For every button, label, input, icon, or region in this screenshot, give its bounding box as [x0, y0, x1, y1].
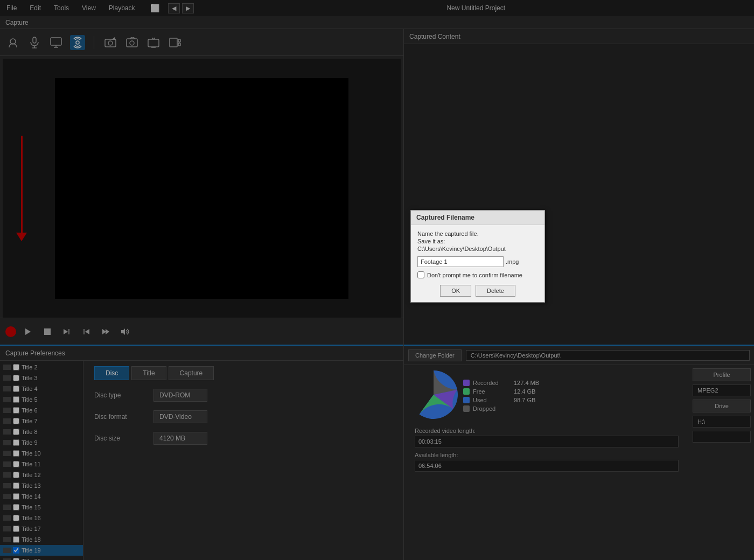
dont-prompt-label: Don't prompt me to confirm filename — [427, 272, 522, 278]
modal-save-path: C:\Users\Kevincy\Desktop\Output — [417, 246, 538, 252]
modal-title: Captured Filename — [411, 211, 544, 225]
modal-overlay: Captured Filename Name the captured file… — [0, 0, 754, 560]
modal-input-row: .mpg — [417, 256, 538, 267]
modal-checkbox-row: Don't prompt me to confirm filename — [417, 271, 538, 278]
modal-body: Name the captured file. Save it as: C:\U… — [411, 225, 544, 302]
filename-input[interactable] — [417, 256, 504, 267]
file-extension: .mpg — [506, 258, 519, 265]
dont-prompt-checkbox[interactable] — [417, 271, 424, 278]
modal-buttons: OK Delete — [417, 285, 538, 297]
modal-instruction1: Name the captured file. — [417, 230, 538, 237]
captured-filename-dialog: Captured Filename Name the captured file… — [410, 210, 545, 303]
modal-delete-btn[interactable]: Delete — [476, 285, 515, 297]
modal-ok-btn[interactable]: OK — [440, 285, 471, 297]
modal-instruction2: Save it as: — [417, 238, 538, 244]
